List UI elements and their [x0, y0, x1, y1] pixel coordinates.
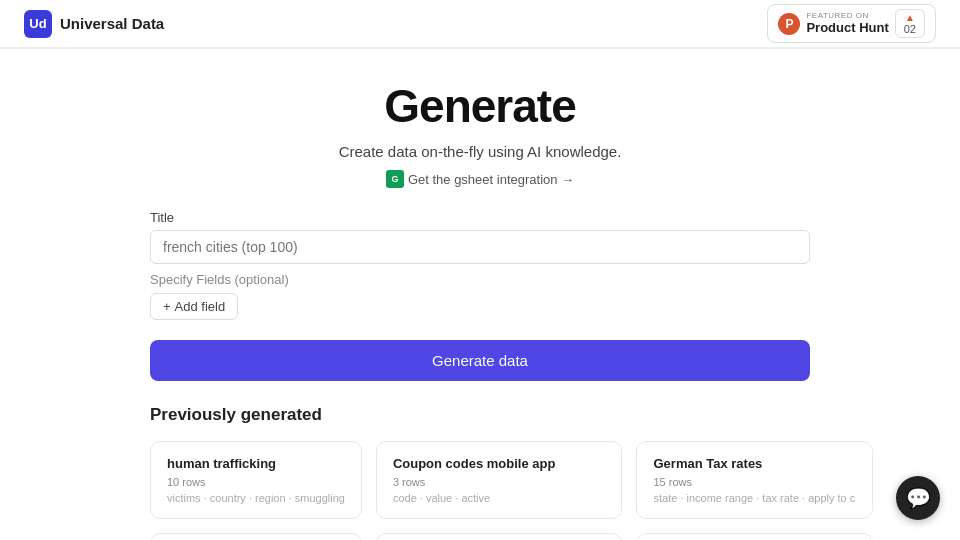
gsheet-link-text: Get the gsheet integration → — [408, 172, 574, 187]
chat-icon: 💬 — [906, 486, 931, 510]
logo-area[interactable]: Ud Universal Data — [24, 10, 164, 38]
prev-section-title: Previously generated — [150, 405, 810, 425]
card-title: human trafficking — [167, 456, 345, 471]
gsheet-link[interactable]: G Get the gsheet integration → — [150, 170, 810, 188]
card-item[interactable]: Coupon codes mobile app 3 rows code · va… — [376, 441, 623, 519]
main-content: Generate Create data on-the-fly using AI… — [130, 49, 830, 540]
ph-name: Product Hunt — [806, 21, 888, 35]
app-header: Ud Universal Data P FEATURED ON Product … — [0, 0, 960, 48]
add-field-button[interactable]: + Add field — [150, 293, 238, 320]
card-title: German Tax rates — [653, 456, 855, 471]
card-rows: 15 rows — [653, 476, 855, 488]
chat-button[interactable]: 💬 — [896, 476, 940, 520]
page-title: Generate — [150, 79, 810, 133]
ph-arrow: ▲ — [905, 12, 915, 23]
gsheet-badge: G Get the gsheet integration → — [386, 170, 574, 188]
page-subtitle: Create data on-the-fly using AI knowledg… — [150, 143, 810, 160]
add-field-label: Add field — [175, 299, 226, 314]
card-rows: 10 rows — [167, 476, 345, 488]
cards-grid: human trafficking 10 rows victims · coun… — [150, 441, 810, 540]
generate-button[interactable]: Generate data — [150, 340, 810, 381]
card-item[interactable]: German Tax rates 15 rows state · income … — [636, 441, 872, 519]
card-item[interactable]: Top cities with independant hiphop arti.… — [376, 533, 623, 540]
card-title: Coupon codes mobile app — [393, 456, 606, 471]
plus-icon: + — [163, 299, 171, 314]
card-item[interactable]: human trafficking 10 rows victims · coun… — [150, 441, 362, 519]
previously-generated-section: Previously generated human trafficking 1… — [150, 405, 810, 540]
product-hunt-icon: P — [778, 13, 800, 35]
product-hunt-text: FEATURED ON Product Hunt — [806, 12, 888, 35]
gsheet-icon: G — [386, 170, 404, 188]
logo-icon: Ud — [24, 10, 52, 38]
ph-votes: ▲ 02 — [895, 9, 925, 38]
card-item[interactable]: write a crypto trading strading 10 rows … — [150, 533, 362, 540]
card-fields: victims · country · region · smuggling — [167, 492, 345, 504]
title-field-section: Title — [150, 210, 810, 264]
generate-button-label: Generate data — [432, 352, 528, 369]
logo-text: Universal Data — [60, 15, 164, 32]
ph-vote-count: 02 — [904, 23, 916, 35]
card-rows: 3 rows — [393, 476, 606, 488]
title-label: Title — [150, 210, 810, 225]
product-hunt-badge[interactable]: P FEATURED ON Product Hunt ▲ 02 — [767, 4, 936, 43]
title-input[interactable] — [150, 230, 810, 264]
card-fields: state · income range · tax rate · apply … — [653, 492, 855, 504]
header-right: P FEATURED ON Product Hunt ▲ 02 — [767, 4, 936, 43]
card-item[interactable]: Website Hexcolors 10 rows Backgroundcolo… — [636, 533, 872, 540]
card-fields: code · value · active — [393, 492, 606, 504]
fields-section: Specify Fields (optional) + Add field — [150, 272, 810, 320]
fields-label: Specify Fields (optional) — [150, 272, 810, 287]
